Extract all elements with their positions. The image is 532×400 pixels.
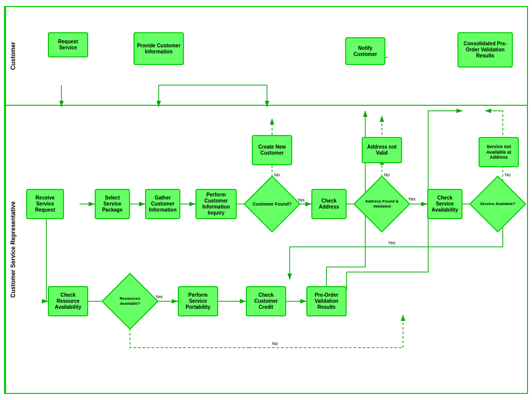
svg-text:Yes: Yes	[408, 196, 416, 202]
perform-service-portability-box: Perform Service Portability	[178, 286, 218, 316]
svg-text:No: No	[274, 172, 280, 177]
gather-customer-info-box: Gather Customer Information	[145, 189, 180, 219]
customer-found-diamond: Customer Found?	[252, 184, 292, 224]
receive-service-request-box: Receive Service Request	[26, 189, 64, 219]
service-not-available-box: Service not Available at Address	[479, 137, 519, 167]
address-not-valid-box: Address not Valid	[362, 137, 402, 163]
csr-lane: Customer Service Representative	[5, 106, 527, 393]
svg-text:Yes: Yes	[388, 240, 395, 245]
customer-lane-content: Request Service Provide Customer Informa…	[20, 7, 527, 105]
create-new-customer-box: Create New Customer	[252, 135, 292, 165]
check-customer-credit-box: Check Customer Credit	[246, 286, 286, 316]
check-resource-availability-box: Check Resource Availability	[48, 286, 88, 316]
address-found-diamond: Address Found & Validated	[362, 184, 402, 224]
consolidated-pre-order-box: Consolidated Pre-Order Validation Result…	[457, 32, 513, 68]
notify-customer-box: Notify Customer	[345, 37, 385, 65]
svg-text:Yes: Yes	[155, 294, 163, 299]
pre-order-validation-results-box: Pre-Order Validation Results	[306, 286, 347, 316]
flowchart-container: Customer Request	[4, 6, 528, 394]
svg-text:No: No	[505, 172, 511, 177]
provide-customer-info-box: Provide Customer Information	[134, 32, 184, 65]
check-address-box: Check Address	[311, 189, 347, 219]
service-available-diamond: Service Available?	[478, 184, 518, 224]
svg-text:No: No	[272, 341, 278, 346]
csr-lane-label: Customer Service Representative	[5, 106, 20, 393]
perform-customer-inquiry-box: Perform Customer Information Inquiry	[195, 189, 237, 219]
customer-lane: Customer Request	[5, 7, 527, 106]
customer-arrows	[20, 7, 527, 105]
request-service-box: Request Service	[48, 32, 88, 57]
resources-available-diamond: Resources Available?	[110, 281, 150, 321]
svg-text:No: No	[384, 172, 390, 177]
check-service-availability-box: Check Service Availability	[427, 189, 462, 219]
customer-lane-label: Customer	[5, 7, 20, 105]
select-service-package-box: Select Service Package	[95, 189, 130, 219]
csr-lane-content: Yes No Yes No	[20, 106, 527, 393]
